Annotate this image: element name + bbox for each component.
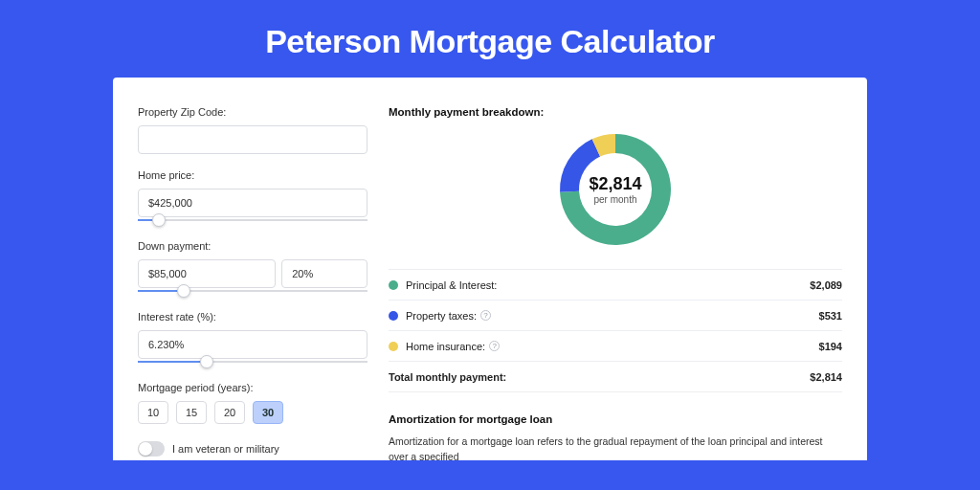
period-option-20[interactable]: 20: [214, 401, 245, 424]
legend-label-text: Property taxes:: [406, 310, 477, 322]
period-label: Mortgage period (years):: [138, 382, 368, 393]
home-price-slider-thumb[interactable]: [152, 213, 166, 227]
down-payment-pct-input[interactable]: [281, 259, 368, 288]
legend-label: Home insurance:?: [406, 341, 819, 352]
home-price-input[interactable]: [138, 189, 368, 217]
home-price-slider[interactable]: [138, 219, 368, 221]
interest-group: Interest rate (%):: [138, 311, 368, 363]
page-title: Peterson Mortgage Calculator: [0, 0, 980, 78]
interest-label: Interest rate (%):: [138, 311, 368, 323]
down-payment-input[interactable]: [138, 259, 276, 288]
period-option-30[interactable]: 30: [253, 401, 283, 424]
legend-value: $194: [819, 341, 842, 352]
down-payment-group: Down payment:: [138, 240, 368, 292]
donut-unit: per month: [593, 194, 636, 205]
legend-value: $531: [819, 310, 842, 322]
legend-label: Property taxes:?: [406, 310, 819, 322]
veteran-label: I am veteran or military: [172, 443, 279, 455]
period-option-10[interactable]: 10: [138, 401, 168, 424]
breakdown-panel: Monthly payment breakdown: $2,814 per mo…: [389, 106, 842, 460]
legend-label: Principal & Interest:: [406, 279, 810, 291]
down-payment-slider-thumb[interactable]: [177, 284, 190, 298]
home-price-label: Home price:: [138, 169, 368, 181]
period-group: Mortgage period (years): 10152030: [138, 382, 368, 424]
legend-row: Principal & Interest:$2,089: [389, 270, 842, 301]
legend-dot: [389, 342, 398, 351]
down-payment-label: Down payment:: [138, 240, 368, 252]
amortization-text: Amortization for a mortgage loan refers …: [389, 434, 842, 460]
legend-total-row: Total monthly payment:$2,814: [389, 362, 842, 392]
legend-dot: [389, 280, 398, 290]
interest-slider-thumb[interactable]: [200, 355, 213, 368]
veteran-toggle-knob: [139, 442, 152, 456]
period-options: 10152030: [138, 401, 368, 424]
home-price-group: Home price:: [138, 169, 368, 221]
legend-value: $2,089: [810, 279, 842, 291]
zip-input[interactable]: [138, 125, 368, 154]
calculator-card: Property Zip Code: Home price: Down paym…: [113, 78, 867, 460]
veteran-toggle[interactable]: [138, 441, 165, 457]
donut-chart-wrap: $2,814 per month: [389, 127, 842, 252]
legend-row: Home insurance:?$194: [389, 331, 842, 362]
zip-label: Property Zip Code:: [138, 106, 368, 118]
amortization-title: Amortization for mortgage loan: [389, 413, 842, 425]
legend-total-value: $2,814: [810, 371, 842, 383]
interest-slider[interactable]: [138, 361, 368, 363]
help-icon[interactable]: ?: [480, 310, 491, 321]
legend: Principal & Interest:$2,089Property taxe…: [389, 269, 842, 392]
legend-row: Property taxes:?$531: [389, 301, 842, 331]
help-icon[interactable]: ?: [489, 341, 500, 351]
down-payment-slider[interactable]: [138, 290, 368, 292]
breakdown-title: Monthly payment breakdown:: [389, 106, 842, 118]
legend-label-text: Principal & Interest:: [406, 279, 497, 291]
donut-amount: $2,814: [589, 174, 641, 194]
donut-center: $2,814 per month: [553, 127, 678, 252]
form-panel: Property Zip Code: Home price: Down paym…: [138, 106, 368, 460]
period-option-15[interactable]: 15: [176, 401, 207, 424]
legend-total-label: Total monthly payment:: [389, 371, 810, 383]
interest-slider-fill: [138, 361, 207, 363]
zip-group: Property Zip Code:: [138, 106, 368, 154]
donut-chart: $2,814 per month: [553, 127, 678, 252]
interest-input[interactable]: [138, 330, 368, 359]
amortization-section: Amortization for mortgage loan Amortizat…: [389, 413, 842, 460]
legend-dot: [389, 311, 398, 321]
legend-label-text: Home insurance:: [406, 341, 485, 352]
veteran-row: I am veteran or military: [138, 441, 368, 457]
